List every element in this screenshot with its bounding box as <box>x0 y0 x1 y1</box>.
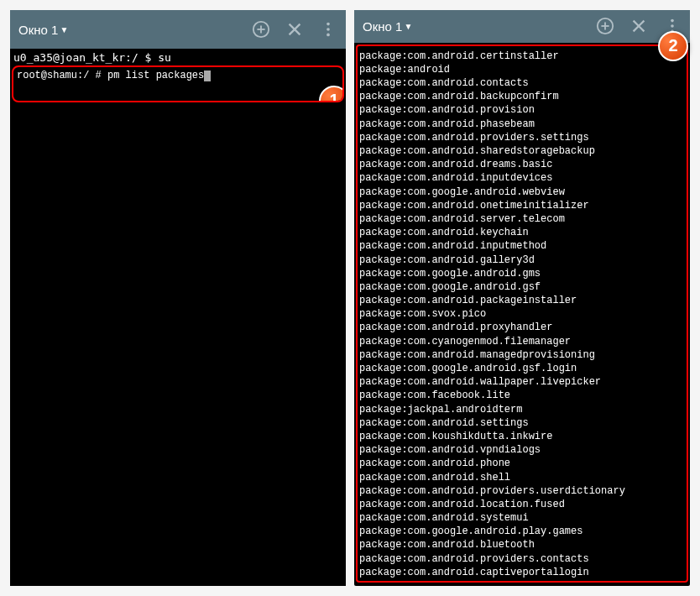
package-line: package:com.google.android.gms <box>359 267 685 280</box>
package-line: package:com.android.provision <box>359 103 685 117</box>
package-line: package:com.android.captiveportallogin <box>359 566 685 579</box>
package-line: package:com.android.bluetooth <box>359 538 685 552</box>
titlebar-actions-left <box>252 20 337 39</box>
package-line: package:com.android.phasebeam <box>359 118 685 131</box>
cursor <box>204 71 211 81</box>
package-line: package:com.android.contacts <box>359 76 685 90</box>
package-line: package:com.android.onetimeinitializer <box>359 199 685 212</box>
package-line: package:com.android.server.telecom <box>359 212 685 226</box>
dropdown-arrow-icon: ▼ <box>404 22 412 31</box>
package-line: package:com.android.systemui <box>359 511 685 525</box>
svg-point-13 <box>671 19 674 23</box>
package-line: package:com.android.inputdevices <box>359 171 685 185</box>
close-icon[interactable] <box>629 17 648 35</box>
titlebar-right: Окно 1 ▼ <box>354 10 690 43</box>
package-line: package:com.android.keychain <box>359 226 685 239</box>
package-line: package:com.android.shell <box>359 471 685 484</box>
dropdown-arrow-icon: ▼ <box>60 25 68 34</box>
package-line: package:com.android.managedprovisioning <box>359 348 685 362</box>
package-line: package:com.google.android.gsf.login <box>359 362 685 375</box>
terminal-window-left: Окно 1 ▼ u0_a35@joan_kt_kr:/ $ su root@s… <box>10 10 346 586</box>
package-line: package:com.android.providers.contacts <box>359 552 685 566</box>
package-line: package:com.google.android.play.games <box>359 525 685 538</box>
package-line: package:com.svox.pico <box>359 307 685 321</box>
add-tab-icon[interactable] <box>252 20 270 39</box>
package-line: package:com.android.proxyhandler <box>359 321 685 334</box>
package-line: package:com.android.backupconfirm <box>359 90 685 103</box>
package-line: package:com.android.providers.settings <box>359 131 685 144</box>
package-line: package:com.android.certinstaller <box>359 50 685 63</box>
package-line: package:com.facebook.lite <box>359 389 685 402</box>
package-line: package:com.android.gallery3d <box>359 254 685 267</box>
prompt-text: root@shamu:/ # pm list packages <box>17 70 204 81</box>
terminal-window-right: Окно 1 ▼ 2 package:com.android.certinsta… <box>354 10 690 586</box>
svg-point-14 <box>671 25 674 29</box>
window-title-right[interactable]: Окно 1 ▼ <box>363 19 596 34</box>
package-line: package:com.android.dreams.basic <box>359 158 685 171</box>
package-line: package:jackpal.androidterm <box>359 403 685 416</box>
terminal-body-left[interactable]: root@shamu:/ # pm list packages 1 <box>12 65 344 102</box>
package-line: package:com.android.location.fused <box>359 498 685 511</box>
package-line: package:android <box>359 63 685 76</box>
terminal-body-wrap-right: 2 package:com.android.certinstallerpacka… <box>354 43 690 586</box>
package-line: package:com.android.phone <box>359 457 685 470</box>
package-line: package:com.android.providers.userdictio… <box>359 484 685 498</box>
window-title-text: Окно 1 <box>363 19 402 34</box>
package-line: package:com.google.android.webview <box>359 186 685 199</box>
terminal-body-right[interactable]: package:com.android.certinstallerpackage… <box>356 44 688 583</box>
window-title-text: Окно 1 <box>18 23 58 37</box>
svg-point-5 <box>326 23 330 26</box>
package-line: package:com.android.inputmethod <box>359 239 685 253</box>
svg-point-6 <box>326 28 330 31</box>
step-badge-1: 1 <box>319 86 344 102</box>
terminal-empty-space[interactable] <box>10 102 346 586</box>
package-line: package:com.google.android.gsf <box>359 280 685 294</box>
package-line: package:com.android.wallpaper.livepicker <box>359 375 685 389</box>
package-line: package:com.android.vpndialogs <box>359 443 685 457</box>
titlebar-left: Окно 1 ▼ <box>10 10 346 49</box>
package-line: package:com.koushikdutta.inkwire <box>359 430 685 443</box>
terminal-body-wrap-left: u0_a35@joan_kt_kr:/ $ su root@shamu:/ # … <box>10 49 346 102</box>
menu-icon[interactable] <box>319 20 337 39</box>
window-title-left[interactable]: Окно 1 ▼ <box>18 23 252 37</box>
step-badge-2: 2 <box>658 31 688 61</box>
svg-point-7 <box>326 34 330 37</box>
package-line: package:com.android.settings <box>359 416 685 430</box>
package-line: package:com.android.packageinstaller <box>359 294 685 307</box>
package-line: package:com.android.sharedstoragebackup <box>359 144 685 158</box>
add-tab-icon[interactable] <box>596 17 614 35</box>
terminal-line: u0_a35@joan_kt_kr:/ $ su <box>10 49 346 65</box>
close-icon[interactable] <box>285 20 304 39</box>
package-line: package:com.cyanogenmod.filemanager <box>359 335 685 348</box>
terminal-prompt-line: root@shamu:/ # pm list packages <box>17 69 339 82</box>
